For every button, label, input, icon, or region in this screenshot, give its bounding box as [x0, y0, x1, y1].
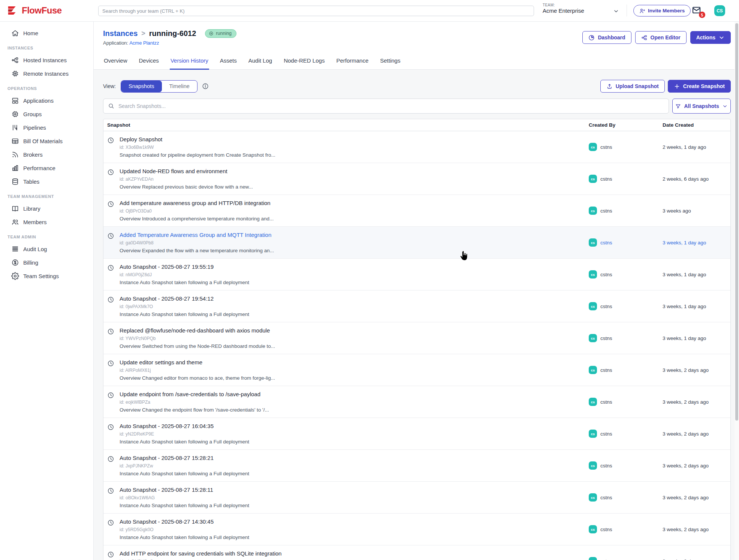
snapshot-cell: Updated Node-RED flows and environment i… — [103, 163, 589, 195]
sidebar-item-pipelines[interactable]: Pipelines — [0, 121, 93, 134]
snapshot-title[interactable]: Auto Snapshot - 2025-08-27 15:28:21 — [120, 455, 249, 461]
sidebar-item-billing[interactable]: Billing — [0, 256, 93, 269]
scrollbar[interactable] — [735, 22, 739, 560]
date-created-cell: 3 weeks, 2 days ago — [663, 450, 730, 481]
team-search-input[interactable] — [98, 6, 534, 16]
snapshot-title[interactable]: Updated Node-RED flows and environment — [120, 168, 253, 174]
snapshot-title[interactable]: Added Temperature Awareness Group and MQ… — [120, 232, 274, 238]
upload-snapshot-button[interactable]: Upload Snapshot — [600, 80, 665, 93]
table-body: Deploy Snapshot id: X3o6Bw1k9W Snapshot … — [103, 131, 730, 560]
snapshot-title[interactable]: Add temperature awareness group and HTTP… — [120, 200, 274, 206]
snapshot-text: Auto Snapshot - 2025-08-27 15:28:21 id: … — [120, 455, 249, 481]
home-icon — [11, 29, 19, 37]
table-row[interactable]: Update editor settings and theme id: AlR… — [103, 354, 730, 386]
sidebar-item-tables[interactable]: Tables — [0, 175, 93, 188]
application-link[interactable]: Acme Plantzz — [129, 40, 159, 46]
snapshot-search-input[interactable] — [103, 99, 669, 114]
table-row[interactable]: Add temperature awareness group and HTTP… — [103, 195, 730, 227]
tab-assets[interactable]: Assets — [219, 57, 238, 70]
snapshot-title[interactable]: Deploy Snapshot — [120, 136, 275, 142]
snapshot-title[interactable]: Auto Snapshot - 2025-08-27 19:54:12 — [120, 295, 249, 302]
sidebar-item-brokers[interactable]: Brokers — [0, 148, 93, 161]
avatar: cs — [589, 493, 597, 502]
snapshot-title[interactable]: Auto Snapshot - 2025-08-27 14:30:45 — [120, 518, 249, 525]
table-row[interactable]: Updated Node-RED flows and environment i… — [103, 163, 730, 195]
sidebar-section-label: OPERATIONS — [7, 86, 93, 91]
sidebar-item-performance[interactable]: Performance — [0, 161, 93, 175]
table-row[interactable]: Auto Snapshot - 2025-08-27 19:54:12 id: … — [103, 290, 730, 322]
sidebar-item-home[interactable]: Home — [0, 26, 93, 40]
tab-performance[interactable]: Performance — [335, 57, 369, 70]
table-row[interactable]: Update endpoint from /save-credentials t… — [103, 386, 730, 418]
tab-devices[interactable]: Devices — [138, 57, 160, 70]
tab-node-red-logs[interactable]: Node-RED Logs — [283, 57, 325, 70]
snapshot-title[interactable]: Update editor settings and theme — [120, 359, 275, 365]
flowfuse-logo[interactable]: FlowFuse — [7, 5, 62, 16]
table-row[interactable]: Auto Snapshot - 2025-08-27 14:30:45 id: … — [103, 514, 730, 545]
user-avatar[interactable]: CS — [714, 5, 725, 16]
snapshot-filter-label: All Snapshots — [684, 103, 719, 109]
filter-funnel-icon — [675, 103, 681, 109]
sidebar-item-applications[interactable]: Applications — [0, 94, 93, 107]
author-name: cstns — [600, 240, 612, 246]
flowfuse-logo-icon — [7, 5, 19, 16]
sidebar-item-groups[interactable]: Groups — [0, 107, 93, 121]
snapshot-description: Overview Replaced previous basic device … — [120, 184, 253, 190]
table-row[interactable]: Added Temperature Awareness Group and MQ… — [103, 227, 730, 259]
view-option-timeline[interactable]: Timeline — [162, 81, 197, 92]
table-row[interactable]: Auto Snapshot - 2025-08-27 19:55:19 id: … — [103, 259, 730, 290]
snapshot-title[interactable]: Add HTTP endpoint for saving credentials… — [120, 550, 281, 557]
library-icon — [11, 205, 19, 213]
pie-chart-icon — [588, 34, 595, 41]
table-row[interactable]: Deploy Snapshot id: X3o6Bw1k9W Snapshot … — [103, 131, 730, 163]
snapshot-id: id: ga0D4W0Pb8 — [120, 240, 274, 246]
sidebar-item-remote-instances[interactable]: Remote Instances — [0, 67, 93, 80]
clock-icon — [107, 296, 114, 303]
upload-icon — [606, 83, 613, 90]
clock-icon — [107, 487, 114, 494]
sidebar-item-label: Applications — [23, 97, 54, 104]
open-editor-button[interactable]: Open Editor — [635, 31, 687, 44]
table-row[interactable]: Auto Snapshot - 2025-08-27 15:28:21 id: … — [103, 450, 730, 482]
clock-icon — [107, 232, 114, 240]
notifications-button[interactable]: 5 — [691, 6, 703, 15]
view-toggle: SnapshotsTimeline — [121, 80, 197, 93]
sidebar-item-members[interactable]: Members — [0, 215, 93, 229]
breadcrumb-instances-link[interactable]: Instances — [103, 29, 138, 38]
scrollbar-thumb[interactable] — [735, 23, 738, 421]
tab-audit-log[interactable]: Audit Log — [248, 57, 273, 70]
table-row[interactable]: Replaced @flowfuse/node-red-dashboard wi… — [103, 322, 730, 354]
table-row[interactable]: Auto Snapshot - 2025-08-27 16:04:35 id: … — [103, 418, 730, 450]
invite-members-button[interactable]: Invite Members — [633, 5, 691, 16]
info-icon[interactable] — [202, 83, 209, 90]
sidebar-item-bill-of-materials[interactable]: Bill Of Materials — [0, 134, 93, 148]
team-label: TEAM: — [543, 3, 619, 7]
sidebar-item-team-settings[interactable]: Team Settings — [0, 269, 93, 283]
create-snapshot-button[interactable]: Create Snapshot — [668, 80, 731, 93]
tab-overview[interactable]: Overview — [103, 57, 128, 70]
snapshot-title[interactable]: Auto Snapshot - 2025-08-27 15:28:11 — [120, 487, 249, 493]
topbar-divider — [627, 4, 627, 16]
sidebar-item-label: Groups — [23, 111, 42, 117]
snapshot-title[interactable]: Update endpoint from /save-credentials t… — [120, 391, 269, 397]
tab-settings[interactable]: Settings — [379, 57, 401, 70]
team-selector[interactable]: TEAM: Acme Enterprise — [543, 3, 619, 19]
sidebar-item-hosted-instances[interactable]: Hosted Instances — [0, 53, 93, 67]
snapshot-title[interactable]: Replaced @flowfuse/node-red-dashboard wi… — [120, 327, 275, 334]
clock-icon — [107, 424, 114, 431]
table-row[interactable]: Auto Snapshot - 2025-08-27 15:28:11 id: … — [103, 482, 730, 514]
sidebar-item-audit-log[interactable]: Audit Log — [0, 242, 93, 256]
tab-version-history[interactable]: Version History — [170, 57, 209, 70]
table-header: Snapshot Created By Date Created — [103, 119, 730, 131]
created-by-cell: cs cstns — [589, 195, 663, 226]
sidebar-item-label: Members — [23, 219, 47, 225]
dashboard-button[interactable]: Dashboard — [582, 31, 631, 44]
snapshot-title[interactable]: Auto Snapshot - 2025-08-27 19:55:19 — [120, 264, 249, 270]
snapshot-title[interactable]: Auto Snapshot - 2025-08-27 16:04:35 — [120, 423, 249, 429]
table-row[interactable]: Add HTTP endpoint for saving credentials… — [103, 545, 730, 560]
view-option-snapshots[interactable]: Snapshots — [121, 81, 162, 92]
sidebar-item-library[interactable]: Library — [0, 202, 93, 215]
author-name: cstns — [600, 335, 612, 341]
snapshot-filter-dropdown[interactable]: All Snapshots — [672, 99, 731, 114]
actions-button[interactable]: Actions — [690, 31, 731, 44]
